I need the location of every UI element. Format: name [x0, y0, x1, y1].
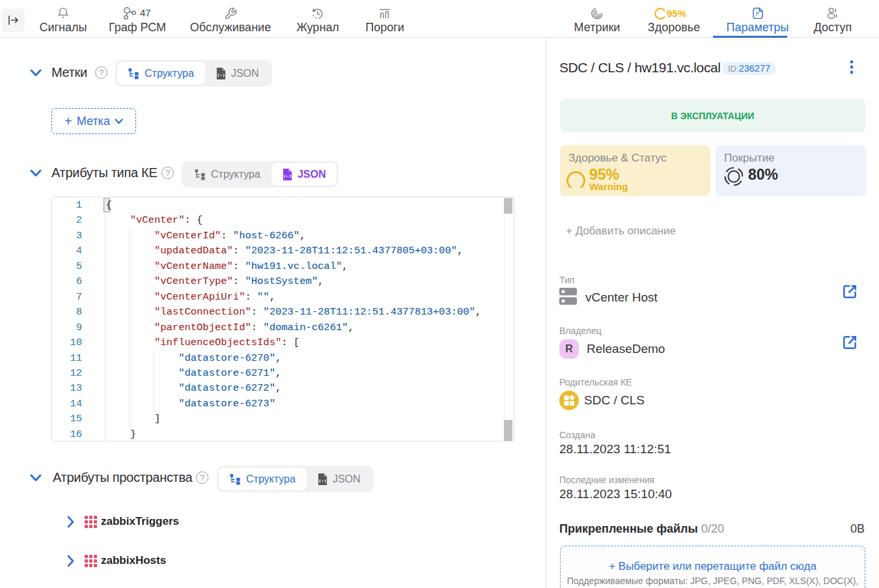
svg-text:95%: 95% [667, 8, 686, 19]
